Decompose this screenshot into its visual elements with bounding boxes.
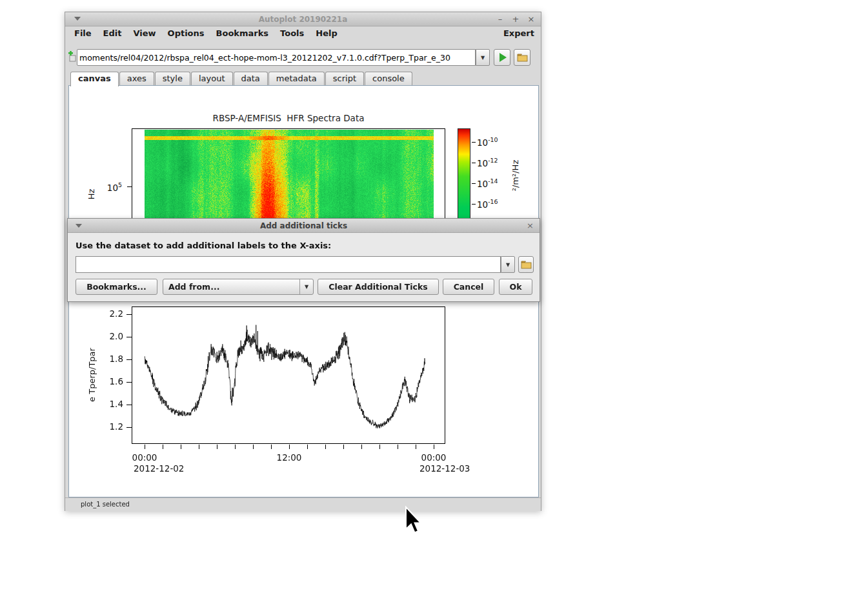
- status-text: plot_1 selected: [81, 501, 130, 508]
- x-tick-mark: [199, 445, 199, 449]
- dataset-dropdown-button[interactable]: ▼: [501, 256, 515, 273]
- dataset-input[interactable]: [76, 256, 501, 273]
- minimize-button[interactable]: –: [496, 12, 505, 26]
- y-tick-label: 1.8: [95, 354, 123, 364]
- x-tick-label: 00:00: [410, 452, 457, 463]
- ok-button[interactable]: Ok: [499, 279, 532, 295]
- x-tick-mark: [235, 445, 236, 449]
- dialog-close-button[interactable]: ×: [527, 219, 534, 233]
- tab-layout[interactable]: layout: [191, 72, 233, 85]
- y-tick-label: 1.6: [95, 376, 123, 386]
- tab-console[interactable]: console: [365, 72, 412, 85]
- add-from-label: Add from...: [168, 282, 219, 292]
- add-from-combobox[interactable]: Add from... ▼: [163, 279, 314, 295]
- y-tick-mark: [126, 337, 132, 337]
- x-tick-label: 12:00: [266, 452, 312, 463]
- x-tick-mark: [325, 445, 326, 449]
- desktop: Autoplot 20190221a – + × File Edit View …: [0, 0, 868, 591]
- y-tick-mark: [126, 314, 132, 315]
- tab-script[interactable]: script: [325, 72, 364, 85]
- menu-tools[interactable]: Tools: [274, 28, 310, 39]
- x-tick-mark: [145, 445, 145, 449]
- x-tick-mark: [398, 445, 398, 449]
- add-additional-ticks-dialog: Add additional ticks × Use the dataset t…: [67, 218, 540, 302]
- x-tick-mark: [416, 445, 416, 449]
- x-tick-mark: [163, 445, 163, 449]
- tab-metadata[interactable]: metadata: [268, 72, 325, 85]
- window-title: Autoplot 20190221a: [65, 15, 541, 24]
- tab-data[interactable]: data: [234, 72, 268, 85]
- folder-icon: [517, 54, 528, 62]
- x-tick-mark: [361, 445, 362, 449]
- maximize-button[interactable]: +: [511, 12, 520, 26]
- x-tick-mark: [217, 445, 217, 449]
- x-tick-mark: [271, 445, 272, 449]
- x-tick-label: 00:00: [121, 452, 168, 463]
- folder-icon: [521, 261, 532, 269]
- x-tick-mark: [343, 445, 344, 449]
- y-tick-mark: [126, 427, 132, 428]
- y-tick-label: 1.2: [95, 421, 123, 432]
- x-tick-mark: [289, 445, 290, 449]
- menu-file[interactable]: File: [68, 28, 97, 39]
- bookmarks-button[interactable]: Bookmarks...: [76, 279, 157, 295]
- tab-canvas[interactable]: canvas: [70, 72, 119, 86]
- open-file-button[interactable]: [514, 49, 530, 66]
- x-date-label: 2012-12-03: [419, 463, 470, 474]
- dialog-menu-triangle-icon[interactable]: [76, 224, 82, 228]
- close-button[interactable]: ×: [527, 12, 536, 26]
- x-tick-mark: [181, 445, 181, 449]
- menu-options[interactable]: Options: [162, 28, 210, 39]
- autoplot-window: Autoplot 20190221a – + × File Edit View …: [65, 12, 541, 511]
- cancel-button[interactable]: Cancel: [443, 279, 494, 295]
- menu-edit[interactable]: Edit: [97, 28, 128, 39]
- address-input[interactable]: [77, 49, 476, 66]
- window-menu-triangle-icon[interactable]: [74, 17, 81, 21]
- address-dropdown-button[interactable]: ▼: [476, 49, 490, 66]
- x-tick-mark: [379, 445, 380, 449]
- timeseries-yaxis-label: e Tperp/Tpar: [87, 336, 97, 414]
- y-tick-label: 2.0: [95, 331, 123, 341]
- y-tick-mark: [126, 382, 132, 383]
- statusbar: plot_1 selected: [65, 497, 541, 511]
- chevron-down-icon[interactable]: ▼: [299, 279, 313, 294]
- go-play-button[interactable]: [494, 49, 510, 66]
- datasource-icon: [68, 51, 77, 64]
- dialog-titlebar: Add additional ticks ×: [68, 219, 540, 233]
- tab-bar: canvas axes style layout data metadata s…: [70, 72, 413, 85]
- y-tick-mark: [126, 405, 132, 405]
- y-tick-mark: [126, 359, 132, 360]
- timeseries-canvas[interactable]: [132, 307, 445, 443]
- tab-axes[interactable]: axes: [119, 72, 154, 85]
- dialog-title: Add additional ticks: [68, 221, 540, 230]
- menu-bookmarks[interactable]: Bookmarks: [210, 28, 275, 39]
- menu-help[interactable]: Help: [310, 28, 343, 39]
- menu-view[interactable]: View: [127, 28, 161, 39]
- y-tick-label: 2.2: [95, 308, 123, 319]
- dataset-browse-button[interactable]: [518, 256, 534, 273]
- menubar: File Edit View Options Bookmarks Tools H…: [65, 26, 541, 39]
- dialog-message: Use the dataset to add additional labels…: [76, 241, 331, 250]
- x-tick-mark: [253, 445, 254, 449]
- play-icon: [500, 53, 507, 62]
- y-tick-label: 1.4: [95, 399, 123, 409]
- x-tick-mark: [307, 445, 308, 449]
- window-titlebar: Autoplot 20190221a – + ×: [65, 12, 541, 26]
- x-tick-mark: [434, 445, 434, 449]
- mouse-cursor: [404, 506, 426, 537]
- expert-mode-label[interactable]: Expert: [503, 28, 534, 38]
- tab-style[interactable]: style: [155, 72, 190, 85]
- x-date-label: 2012-12-02: [134, 463, 184, 474]
- clear-additional-ticks-button[interactable]: Clear Additional Ticks: [318, 279, 439, 295]
